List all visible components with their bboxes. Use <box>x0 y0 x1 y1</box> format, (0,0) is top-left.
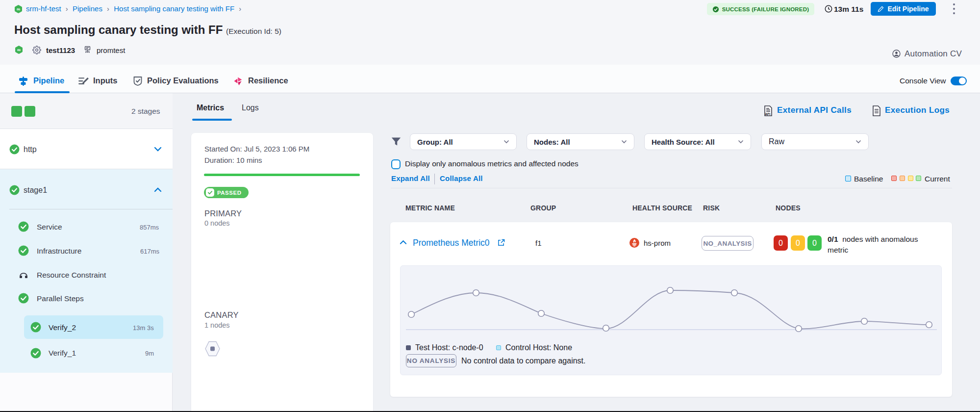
svg-text:∞: ∞ <box>17 6 20 12</box>
svg-text:∞: ∞ <box>17 47 21 52</box>
svg-text:API: API <box>765 112 770 116</box>
